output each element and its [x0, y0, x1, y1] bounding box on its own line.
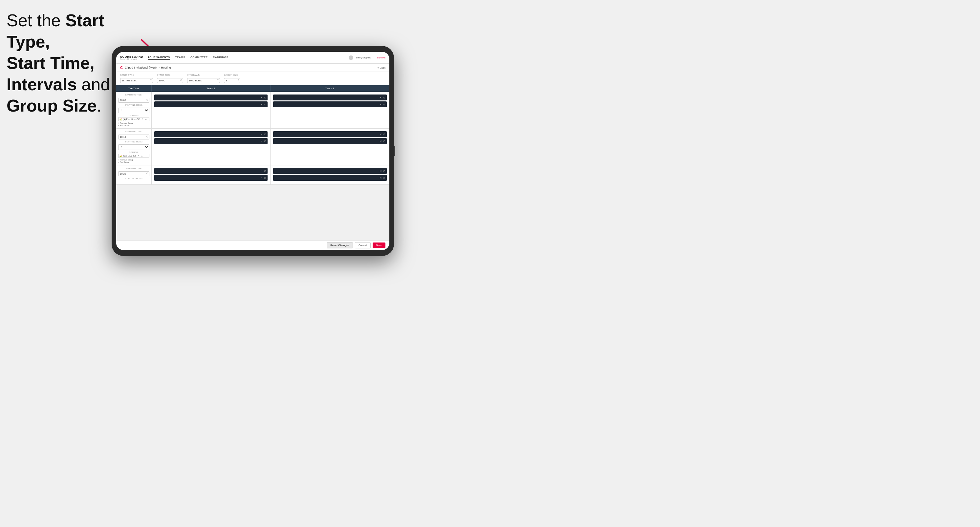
starting-hole-select-1[interactable]: 1: [118, 108, 150, 113]
player-x-icon-2-2[interactable]: ✕: [380, 103, 382, 106]
player-edit-icon-2-1[interactable]: ⊙: [383, 96, 385, 99]
course-tag-1: ⛳ (A) Peachtree GC ✕ ✏: [118, 117, 150, 121]
table-header: Tee Time Team 1 Team 2: [116, 85, 389, 92]
intervals-select[interactable]: 10 Minutes: [187, 78, 220, 83]
save-button[interactable]: Save: [372, 243, 385, 248]
reset-button[interactable]: Reset Changes: [327, 242, 353, 248]
col-header-team1: Team 1: [152, 85, 270, 92]
start-type-select-wrapper: 1st Tee Start: [120, 77, 153, 83]
start-time-wrapper: [157, 77, 183, 83]
starting-time-input-2[interactable]: [118, 135, 150, 140]
nav-separator: |: [374, 56, 374, 59]
starting-hole-wrapper-2: 1: [118, 143, 150, 150]
instruction-line3-suffix: and: [77, 75, 110, 94]
player-edit-icon-5-2[interactable]: ⊙: [264, 176, 266, 179]
team2-col-3: ✕ ⊙ ✕ ⊙: [270, 165, 389, 184]
tablet-screen: SCOREBOARD Powered by clipp.d TOURNAMENT…: [116, 52, 389, 250]
course-edit-1[interactable]: ✏: [145, 118, 147, 121]
group-size-select[interactable]: 3: [224, 78, 240, 83]
player-row-6-1: ✕ ⊙: [273, 168, 387, 174]
course-remove-2[interactable]: ✕: [138, 154, 140, 157]
team1-col-1: ✕ ⊙ ✕ ⊙: [152, 92, 270, 128]
player-edit-icon-4-1[interactable]: ⊙: [383, 133, 385, 136]
start-time-label: Start Time: [157, 74, 183, 76]
player-x-icon-1-2[interactable]: ✕: [260, 103, 262, 106]
tee-time-col-2: STARTING TIME: STARTING HOLE: 1 COURSE: …: [116, 129, 152, 165]
player-x-icon-6-2[interactable]: ✕: [380, 176, 382, 179]
instruction-bold3: Intervals: [6, 75, 77, 94]
back-button[interactable]: < Back: [377, 66, 385, 69]
player-x-icon-3-2[interactable]: ✕: [260, 140, 262, 143]
team1-col-3: ✕ ⊙ ✕ ⊙: [152, 165, 270, 184]
sub-header-logo: C: [120, 66, 123, 70]
start-type-label: Start Type: [120, 74, 153, 76]
player-x-icon-2-1[interactable]: ✕: [380, 96, 382, 99]
player-edit-icon-2-2[interactable]: ⊙: [383, 103, 385, 106]
start-time-input[interactable]: [157, 78, 183, 83]
course-name-2: East Lake GC: [123, 155, 136, 157]
player-row-4-1: ✕ ⊙: [273, 131, 387, 137]
nav-bar: SCOREBOARD Powered by clipp.d TOURNAMENT…: [116, 52, 389, 63]
team1-col-2: ✕ ⊙ ✕ ⊙: [152, 129, 270, 165]
nav-teams[interactable]: TEAMS: [175, 55, 186, 60]
nav-rankings[interactable]: RANKINGS: [213, 55, 229, 60]
nav-committee[interactable]: COMMITTEE: [191, 55, 208, 60]
remove-group-2[interactable]: ○ Remove Group: [118, 159, 150, 161]
tournament-title: Clippd Invitational (Men): [125, 66, 157, 69]
starting-hole-wrapper-1: 1: [118, 106, 150, 113]
team2-col-1: ✕ ⊙ ✕ ⊙: [270, 92, 389, 128]
remove-group-1[interactable]: ○ Remove Group: [118, 122, 150, 124]
player-edit-icon-5-1[interactable]: ⊙: [264, 170, 266, 173]
starting-hole-label-1: STARTING HOLE:: [118, 104, 150, 106]
starting-hole-label-2: STARTING HOLE:: [118, 141, 150, 143]
player-edit-icon-4-2[interactable]: ⊙: [383, 140, 385, 143]
player-edit-icon-3-1[interactable]: ⊙: [264, 133, 266, 136]
player-edit-icon-1-1[interactable]: ⊙: [264, 96, 266, 99]
player-row-1-1: ✕ ⊙: [154, 95, 267, 100]
player-edit-icon-3-2[interactable]: ⊙: [264, 140, 266, 143]
course-remove-1[interactable]: ✕: [142, 118, 143, 121]
player-x-icon-5-1[interactable]: ✕: [260, 170, 262, 173]
player-x-icon-3-1[interactable]: ✕: [260, 133, 262, 136]
course-icon-1: ⛳: [119, 118, 122, 121]
player-x-icon-1-1[interactable]: ✕: [260, 96, 262, 99]
course-tag-2: ⛳ East Lake GC ✕ ✏: [118, 154, 150, 158]
player-x-icon-4-1[interactable]: ✕: [380, 133, 382, 136]
sign-out-link[interactable]: Sign out: [377, 56, 385, 59]
powered-by-text: Powered by clipp.d: [120, 59, 143, 60]
course-actions-2: ○ Remove Group + Add Group: [118, 159, 150, 163]
course-icon-2: ⛳: [119, 155, 122, 157]
user-email: blair@clippd.io: [356, 56, 371, 59]
add-group-1[interactable]: + Add Group: [118, 124, 150, 126]
course-edit-2[interactable]: ✏: [141, 155, 143, 157]
logo-text: SCOREBOARD: [120, 55, 143, 59]
group-row-3: STARTING TIME: STARTING HOLE: ✕ ⊙ ✕ ⊙: [116, 165, 389, 185]
player-row-1-2: ✕ ⊙: [154, 102, 267, 107]
instruction-bold1: Start Type,: [6, 11, 104, 51]
instruction-bold2: Start Time,: [6, 54, 95, 73]
starting-time-label-3: STARTING TIME:: [118, 167, 150, 169]
player-edit-icon-6-2[interactable]: ⊙: [383, 176, 385, 179]
starting-time-input-3[interactable]: [118, 171, 150, 176]
section-label: Hosting: [161, 66, 171, 69]
starting-time-input-1[interactable]: [118, 98, 150, 103]
nav-tournaments[interactable]: TOURNAMENTS: [148, 55, 170, 60]
user-avatar: [348, 56, 353, 60]
controls-row: Start Type 1st Tee Start Start Time Inte…: [116, 72, 389, 85]
app-logo: SCOREBOARD Powered by clipp.d: [120, 56, 143, 60]
instruction-bold4: Group Size: [6, 96, 97, 115]
start-type-select[interactable]: 1st Tee Start: [120, 78, 153, 83]
instruction-line4-suffix: .: [97, 96, 101, 115]
player-x-icon-5-2[interactable]: ✕: [260, 176, 262, 179]
add-group-2[interactable]: + Add Group: [118, 161, 150, 163]
player-edit-icon-1-2[interactable]: ⊙: [264, 103, 266, 106]
starting-hole-select-2[interactable]: 1: [118, 144, 150, 150]
col-header-team2: Team 2: [270, 85, 389, 92]
player-edit-icon-6-1[interactable]: ⊙: [383, 170, 385, 173]
player-x-icon-4-2[interactable]: ✕: [380, 140, 382, 143]
player-x-icon-6-1[interactable]: ✕: [380, 170, 382, 173]
cancel-button[interactable]: Cancel: [355, 242, 371, 248]
nav-right: blair@clippd.io | Sign out: [348, 56, 385, 60]
main-content: Tee Time Team 1 Team 2 STARTING TIME: ST…: [116, 85, 389, 240]
intervals-group: Intervals 10 Minutes: [187, 74, 220, 83]
